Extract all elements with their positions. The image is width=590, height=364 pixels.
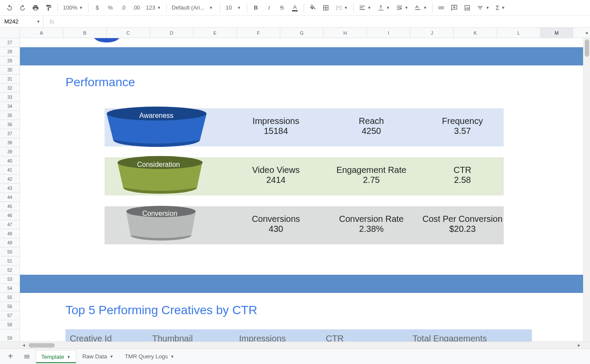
scroll-left-icon[interactable]: ◂ [583,28,590,38]
text-wrap-button[interactable]: ▼ [393,2,411,13]
col-header[interactable]: F [237,28,280,38]
row-header[interactable]: 57 [0,311,20,320]
format-percent-button[interactable]: % [104,2,116,13]
col-header[interactable]: H [324,28,367,38]
chevron-down-icon: ▼ [386,6,390,10]
paint-format-button[interactable] [43,2,55,13]
sheet-tab-tmr[interactable]: TMR Query Logs ▼ [120,350,180,363]
vertical-scrollbar[interactable] [583,38,590,341]
decrease-decimal-button[interactable]: .0 [117,2,129,13]
metric-label: CTR [428,165,497,175]
row-header[interactable]: 29 [0,56,20,65]
increase-decimal-button[interactable]: .00 [130,2,142,13]
row-header[interactable]: 49 [0,238,20,247]
zoom-value: 100% [63,4,77,11]
chevron-down-icon: ▼ [405,6,409,10]
strikethrough-button[interactable]: S [276,2,288,13]
col-header[interactable]: M [541,28,573,38]
font-select[interactable]: Default (Ari... ▼ [169,2,217,13]
row-header[interactable]: 41 [0,166,20,175]
scroll-left-icon[interactable]: ◂ [20,342,28,349]
row-header[interactable]: 59 [0,329,20,341]
row-header[interactable]: 39 [0,147,20,156]
text-color-button[interactable]: A [289,2,301,13]
sheet-tab-template[interactable]: Template ▼ [36,350,76,363]
merge-cells-button[interactable]: ▼ [333,2,351,13]
row-header[interactable]: 45 [0,202,20,211]
row-header[interactable]: 52 [0,266,20,275]
row-header[interactable]: 58 [0,320,20,329]
row-header[interactable]: 33 [0,93,20,102]
row-header[interactable]: 46 [0,211,20,220]
col-header[interactable]: E [193,28,237,38]
borders-button[interactable] [320,2,332,13]
metric-value: 2414 [233,175,319,185]
row-header[interactable]: 43 [0,184,20,193]
row-header[interactable]: 56 [0,302,20,311]
functions-button[interactable]: Σ ▼ [493,2,508,13]
scroll-right-icon[interactable]: ▸ [575,342,583,349]
row-header[interactable]: 36 [0,120,20,129]
row-header[interactable]: 31 [0,75,20,84]
row-header[interactable]: 28 [0,47,20,56]
toolbar: 100% ▼ $ % .0 .00 123 ▼ Default (Ari... … [0,0,590,16]
row-header[interactable]: 55 [0,293,20,302]
row-header[interactable]: 27 [0,38,20,47]
font-size-select[interactable]: 10 ▼ [223,2,244,13]
row-header[interactable]: 53 [0,275,20,284]
fill-color-button[interactable] [307,2,319,13]
col-header[interactable]: L [497,28,541,38]
col-header[interactable]: I [367,28,410,38]
col-header[interactable]: D [150,28,193,38]
row-header[interactable]: 34 [0,102,20,111]
row-header[interactable]: 40 [0,156,20,166]
col-header[interactable]: J [410,28,454,38]
bold-button[interactable]: B [250,2,262,13]
sheet-tab-bar: + Template ▼ Raw Data ▼ TMR Query Logs ▼ [0,348,590,364]
col-header[interactable]: G [280,28,324,38]
row-header[interactable]: 42 [0,175,20,184]
col-header[interactable]: B [63,28,107,38]
insert-link-button[interactable] [435,2,447,13]
row-header[interactable]: 30 [0,65,20,75]
undo-button[interactable] [3,2,16,13]
row-header[interactable]: 48 [0,229,20,238]
metric-value: 3.57 [419,126,506,136]
horizontal-scrollbar[interactable]: ◂ ▸ [0,341,590,348]
col-header[interactable]: K [454,28,497,38]
row-header[interactable]: 54 [0,284,20,293]
sheet-canvas[interactable]: Performance Awareness Impressions 15184 … [20,38,590,341]
format-currency-button[interactable]: $ [91,2,103,13]
print-button[interactable] [30,2,42,13]
all-sheets-button[interactable] [19,350,35,363]
row-header[interactable]: 50 [0,247,20,257]
sheet-tab-rawdata[interactable]: Raw Data ▼ [77,350,119,363]
redo-button[interactable] [16,2,29,13]
chevron-down-icon: ▼ [79,6,83,10]
row-header[interactable]: 47 [0,220,20,229]
col-header[interactable]: A [20,28,63,38]
th: CTR [326,334,413,342]
insert-chart-button[interactable] [461,2,473,13]
row-header[interactable]: 32 [0,84,20,93]
insert-comment-button[interactable] [448,2,460,13]
metric-value: 430 [233,224,319,234]
zoom-select[interactable]: 100% ▼ [60,2,85,13]
row-header[interactable]: 38 [0,138,20,147]
chevron-down-icon: ▼ [485,6,489,10]
add-sheet-button[interactable]: + [3,350,18,363]
vertical-align-button[interactable]: ▼ [375,2,393,13]
row-header[interactable]: 51 [0,257,20,266]
row-header[interactable]: 37 [0,129,20,138]
italic-button[interactable]: I [263,2,275,13]
text-rotation-button[interactable]: ▼ [412,2,429,13]
horizontal-align-button[interactable]: ▼ [356,2,374,13]
th: Creative Id [70,334,152,342]
filter-button[interactable]: ▼ [474,2,492,13]
col-header[interactable]: C [107,28,150,38]
name-box[interactable]: M242 ▼ [0,16,43,27]
row-header[interactable]: 44 [0,193,20,202]
more-formats-select[interactable]: 123 ▼ [143,2,164,13]
row-header[interactable]: 35 [0,111,20,120]
select-all-corner[interactable] [0,28,20,38]
